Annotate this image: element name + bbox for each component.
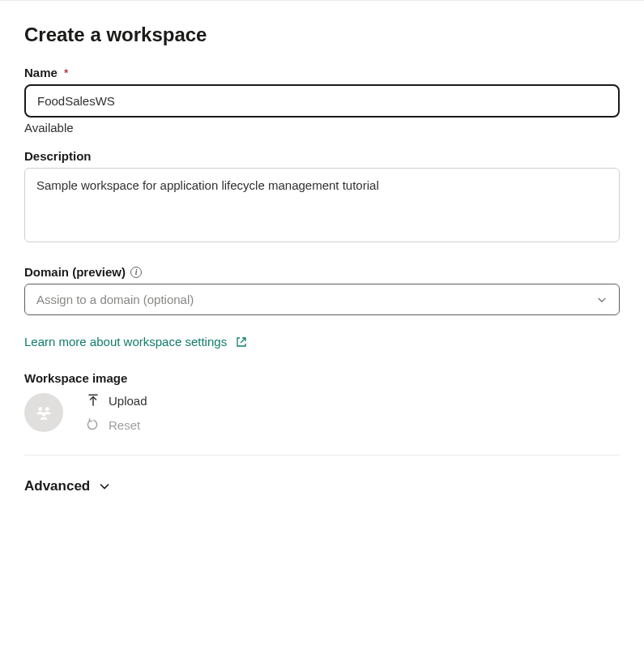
reset-label: Reset bbox=[109, 418, 140, 432]
workspace-image-row: Upload Reset bbox=[24, 393, 620, 432]
upload-icon bbox=[86, 393, 100, 408]
divider bbox=[24, 455, 620, 455]
upload-label: Upload bbox=[109, 394, 147, 408]
name-label-text: Name bbox=[24, 66, 58, 79]
description-label: Description bbox=[24, 149, 620, 163]
name-status: Available bbox=[24, 121, 620, 135]
name-input[interactable] bbox=[24, 84, 620, 118]
workspace-image-label-text: Workspace image bbox=[24, 371, 127, 385]
workspace-image-label: Workspace image bbox=[24, 371, 620, 385]
svg-point-0 bbox=[38, 407, 42, 411]
required-star-icon: * bbox=[64, 66, 69, 79]
image-actions: Upload Reset bbox=[86, 393, 147, 432]
workspace-avatar-placeholder bbox=[24, 393, 63, 432]
info-icon[interactable]: i bbox=[130, 267, 142, 278]
chevron-down-icon bbox=[98, 480, 111, 493]
advanced-label: Advanced bbox=[24, 478, 90, 494]
domain-label: Domain (preview) i bbox=[24, 265, 620, 279]
page-title: Create a workspace bbox=[24, 24, 620, 46]
domain-placeholder: Assign to a domain (optional) bbox=[36, 293, 194, 306]
people-group-icon bbox=[33, 402, 54, 423]
upload-button[interactable]: Upload bbox=[86, 393, 147, 408]
advanced-toggle[interactable]: Advanced bbox=[24, 478, 111, 494]
description-label-text: Description bbox=[24, 149, 92, 163]
reset-icon bbox=[86, 417, 100, 432]
domain-dropdown[interactable]: Assign to a domain (optional) bbox=[24, 284, 620, 315]
learn-more-text: Learn more about workspace settings bbox=[24, 335, 227, 349]
domain-label-text: Domain (preview) bbox=[24, 265, 126, 279]
learn-more-link[interactable]: Learn more about workspace settings bbox=[24, 335, 248, 349]
reset-button: Reset bbox=[86, 417, 147, 432]
description-input[interactable] bbox=[24, 168, 620, 242]
external-link-icon bbox=[235, 336, 248, 349]
svg-point-1 bbox=[45, 407, 49, 411]
chevron-down-icon bbox=[596, 294, 608, 306]
name-label: Name * bbox=[24, 66, 620, 79]
